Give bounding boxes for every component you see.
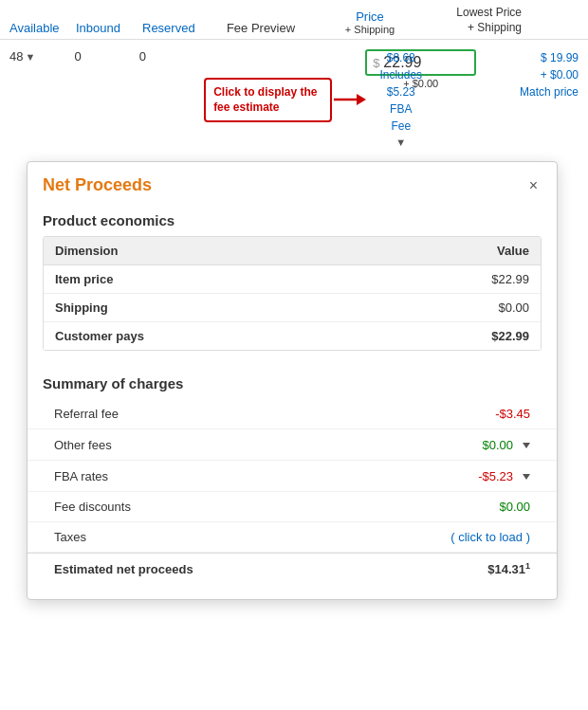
product-economics-title: Product economics — [28, 203, 557, 236]
row-item-price: Item price $22.99 — [44, 265, 541, 294]
svg-marker-1 — [357, 94, 366, 105]
summary-label: Taxes — [54, 530, 450, 544]
summary-section: Summary of charges Referral fee -$3.45 O… — [28, 366, 557, 584]
summary-row-referral: Referral fee -$3.45 — [28, 399, 557, 429]
taxes-click-to-load[interactable]: ( click to load ) — [450, 530, 530, 544]
row-value: $22.99 — [292, 272, 529, 286]
summary-label: Estimated net proceeds — [54, 562, 454, 576]
summary-row-net-proceeds: Estimated net proceeds $14.311 — [28, 553, 557, 584]
header-inbound[interactable]: Inbound — [76, 21, 142, 35]
row-label: Item price — [55, 272, 292, 286]
panel-header: Net Proceeds × — [28, 162, 557, 203]
fba-rates-chevron[interactable] — [521, 468, 530, 483]
match-price-button[interactable]: Match price — [486, 83, 579, 100]
summary-value: $14.311 — [454, 561, 530, 576]
summary-value: -$5.23 — [437, 469, 513, 483]
summary-label: Fee discounts — [54, 500, 454, 514]
col-value: Value — [292, 244, 529, 258]
header-fee-preview: Fee Preview — [209, 21, 313, 35]
lowest-price-cell: $ 19.99 + $0.00 Match price — [486, 49, 579, 100]
inventory-data-row: 48 ▼ 0 0 Click to display the fee estima… — [0, 40, 588, 160]
product-economics-table: Dimension Value Item price $22.99 Shippi… — [43, 236, 542, 351]
arrow-right-icon — [334, 90, 366, 109]
col-dimension: Dimension — [55, 244, 292, 258]
fee-estimate-area: Click to display the fee estimate $8.68 … — [204, 49, 422, 151]
header-available[interactable]: Available — [9, 21, 76, 35]
header-reserved[interactable]: Reserved — [142, 21, 209, 35]
row-label: Customer pays — [55, 329, 292, 343]
net-proceeds-panel: Net Proceeds × Product economics Dimensi… — [27, 161, 558, 600]
summary-value: -$3.45 — [454, 407, 530, 421]
summary-row-other-fees: Other fees $0.00 — [28, 429, 557, 461]
chevron-down-icon — [523, 474, 530, 480]
panel-title: Net Proceeds — [43, 175, 152, 195]
row-shipping: Shipping $0.00 — [44, 294, 541, 322]
row-value: $0.00 — [292, 300, 529, 315]
other-fees-chevron[interactable] — [521, 437, 530, 452]
summary-value: $0.00 — [437, 438, 513, 452]
close-button[interactable]: × — [525, 177, 542, 194]
superscript: 1 — [525, 561, 530, 571]
table-header-row: Dimension Value — [44, 237, 541, 265]
row-customer-pays: Customer pays $22.99 — [44, 322, 541, 350]
summary-label: Referral fee — [54, 407, 454, 421]
available-cell: 48 ▼ — [9, 49, 74, 64]
table-header: Available Inbound Reserved Fee Preview P… — [0, 0, 588, 40]
summary-value: $0.00 — [454, 500, 530, 514]
inbound-cell: 0 — [74, 49, 138, 64]
fee-estimate-box[interactable]: Click to display the fee estimate — [204, 78, 332, 123]
reserved-cell: 0 — [139, 49, 204, 64]
chevron-down-icon — [523, 443, 530, 448]
summary-title: Summary of charges — [28, 366, 557, 399]
summary-row-taxes: Taxes ( click to load ) — [28, 522, 557, 553]
dropdown-arrow-icon[interactable]: ▼ — [25, 51, 35, 63]
summary-row-fba-rates: FBA rates -$5.23 — [28, 461, 557, 492]
header-lowest-price: Lowest Price + Shipping — [427, 6, 522, 35]
fee-values: $8.68 Includes $5.23 FBA Fee ▼ — [379, 49, 422, 151]
summary-row-fee-discounts: Fee discounts $0.00 — [28, 492, 557, 522]
header-price[interactable]: Price + Shipping — [313, 9, 427, 35]
row-label: Shipping — [55, 300, 292, 315]
summary-label: FBA rates — [54, 469, 437, 483]
row-value: $22.99 — [292, 329, 529, 343]
summary-label: Other fees — [54, 438, 437, 452]
